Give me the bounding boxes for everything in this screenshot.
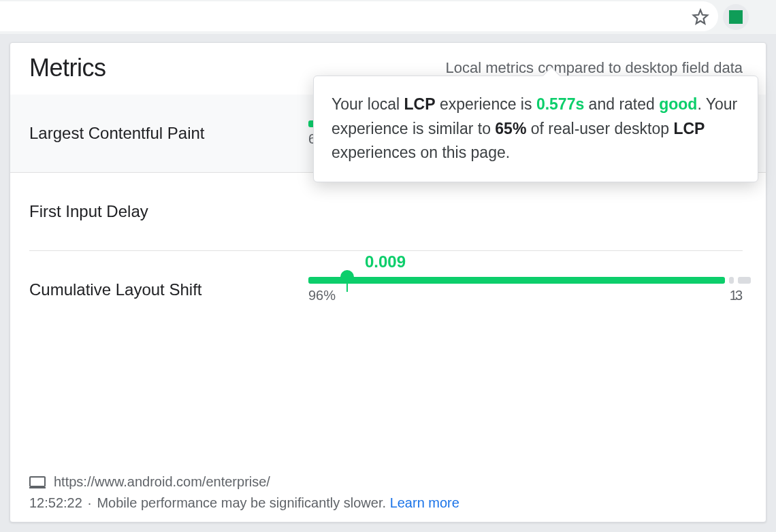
extension-indicator[interactable] [723,4,749,30]
metric-name: Cumulative Layout Shift [29,280,308,299]
footer-url-line: https://www.android.com/enterprise/ [29,474,747,490]
distribution-bar [308,277,743,284]
distribution-labels: 96%13 [308,288,743,303]
metrics-panel: Metrics Local metrics compared to deskto… [10,42,766,522]
metric-distribution-chart: 0.00996%13 [308,277,743,303]
extension-icon [729,10,743,24]
metric-distribution-chart [308,199,743,225]
distribution-bar [308,199,743,205]
tooltip-text: and rated [584,95,659,113]
tooltip-text: experience is [436,95,536,113]
panel-footer: https://www.android.com/enterprise/ 12:5… [10,467,766,522]
tooltip-text: Your local [332,95,404,113]
tooltip-metric-abbr: LCP [404,95,436,113]
tooltip-text: of real-user desktop [526,120,673,137]
metric-row[interactable]: First Input Delay [29,173,743,251]
metric-row[interactable]: Cumulative Layout Shift0.00996%13 [29,251,743,329]
footer-time: 12:52:22 [29,495,82,510]
tooltip-rating: good [659,95,697,113]
star-icon [692,8,709,26]
distribution-segment-good [308,277,725,284]
bookmark-button[interactable] [689,5,712,29]
tooltip-share: 65% [495,120,526,137]
metric-local-value: 0.009 [365,252,406,271]
footer-note-line: 12:52:22·Mobile performance may be signi… [29,495,747,511]
learn-more-link[interactable]: Learn more [390,495,459,510]
metric-name: First Input Delay [29,202,308,221]
distribution-label: 96% [308,288,336,303]
device-desktop-icon [29,476,46,488]
omnibox[interactable] [0,1,718,31]
tooltip-text: experiences on this page. [332,144,510,161]
distribution-label: 3 [735,288,743,303]
page-url: https://www.android.com/enterprise/ [54,474,270,490]
svg-rect-0 [30,477,45,486]
lcp-tooltip: Your local LCP experience is 0.577s and … [313,76,758,182]
panel-title: Metrics [29,54,106,82]
browser-chrome-strip [0,0,776,34]
tooltip-metric-abbr: LCP [673,120,705,137]
panel-subtitle: Local metrics compared to desktop field … [445,59,743,77]
viewport: Metrics Local metrics compared to deskto… [0,0,776,532]
distribution-labels [308,210,743,225]
metric-name: Largest Contentful Paint [29,124,308,143]
separator-dot-icon: · [88,495,92,510]
footer-note: Mobile performance may be significantly … [97,495,386,510]
distribution-segment-gray [738,277,751,284]
tooltip-value: 0.577s [536,95,584,113]
distribution-segment-gray [729,277,733,284]
